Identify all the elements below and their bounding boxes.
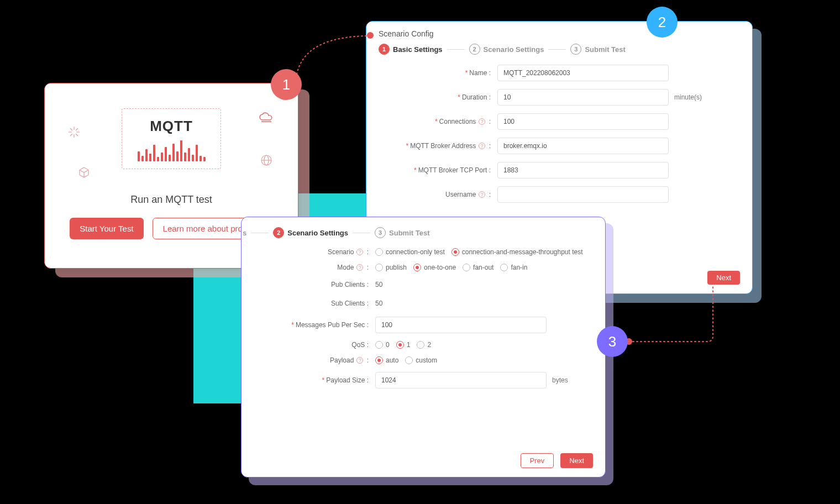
spark-icon: [67, 125, 81, 139]
cloud-icon: [258, 111, 275, 123]
label-username: Username? :: [379, 191, 497, 198]
label-qos: QoS :: [254, 341, 375, 349]
mqtt-chart-box: MQTT: [122, 108, 221, 169]
step-badge-1: 1: [271, 69, 302, 100]
step-divider: [251, 233, 269, 233]
label-mode: Mode? :: [254, 264, 375, 271]
label-payload: Payload? :: [254, 356, 375, 364]
radio-qos-2[interactable]: 2: [417, 341, 431, 349]
label-broker-port: *MQTT Broker TCP Port :: [379, 166, 497, 174]
connector-dot-1: [367, 32, 374, 39]
messages-per-sec-input[interactable]: [375, 317, 547, 333]
stepper-card2: 1 Basic Settings 2 Scenario Settings 3 S…: [379, 44, 740, 55]
step-scenario-settings[interactable]: 2 Scenario Settings: [469, 44, 544, 55]
radio-payload-auto[interactable]: auto: [375, 356, 398, 364]
help-icon[interactable]: ?: [479, 191, 485, 198]
card2-title: Scenario Config: [379, 29, 740, 38]
radio-publish[interactable]: publish: [375, 264, 407, 271]
label-duration: *Duration :: [379, 93, 497, 101]
duration-suffix: minute(s): [674, 93, 702, 101]
start-test-button[interactable]: Start Your Test: [70, 218, 143, 239]
label-broker-address: *MQTT Broker Address? :: [379, 142, 497, 150]
label-pub-clients: Pub Clients :: [254, 281, 375, 288]
step-badge-3: 3: [597, 326, 628, 357]
help-icon[interactable]: ?: [479, 143, 485, 149]
step-scenario-settings[interactable]: 2 Scenario Settings: [273, 227, 348, 238]
radio-connection-and-message[interactable]: connection-and-message-throughput test: [452, 248, 583, 256]
radio-payload-custom[interactable]: custom: [405, 356, 437, 364]
mqtt-illustration: MQTT: [45, 83, 298, 194]
svg-line-6: [76, 128, 78, 130]
svg-line-4: [70, 128, 72, 130]
mqtt-bars: [138, 138, 206, 161]
help-icon[interactable]: ?: [356, 357, 363, 364]
payload-size-suffix: bytes: [552, 376, 568, 384]
radio-fan-out[interactable]: fan-out: [463, 264, 494, 271]
next-button[interactable]: Next: [560, 453, 593, 468]
label-messages-per-sec: *Messages Pub Per Sec :: [254, 321, 375, 329]
prev-button[interactable]: Prev: [521, 453, 554, 468]
label-connections: *Connections? :: [379, 118, 497, 125]
svg-line-5: [76, 134, 78, 136]
step-submit-test[interactable]: 3 Submit Test: [570, 44, 625, 55]
radio-one-to-one[interactable]: one-to-one: [413, 264, 456, 271]
mqtt-logo-text: MQTT: [150, 118, 193, 135]
broker-address-input[interactable]: [497, 138, 669, 154]
radio-fan-in[interactable]: fan-in: [500, 264, 527, 271]
step-divider: [447, 49, 465, 50]
duration-input[interactable]: [497, 89, 669, 106]
username-input[interactable]: [497, 186, 669, 203]
help-icon[interactable]: ?: [356, 249, 363, 255]
globe-icon: [260, 154, 272, 166]
radio-qos-1[interactable]: 1: [396, 341, 411, 349]
step-basic-settings[interactable]: 1 Basic Settings: [379, 44, 443, 55]
step-submit-test[interactable]: 3 Submit Test: [375, 227, 429, 238]
payload-size-input[interactable]: [375, 372, 547, 389]
help-icon[interactable]: ?: [356, 264, 363, 271]
radio-qos-0[interactable]: 0: [375, 341, 390, 349]
next-button[interactable]: Next: [707, 271, 740, 285]
label-sub-clients: Sub Clients :: [254, 300, 375, 307]
svg-line-7: [70, 134, 72, 136]
cube-icon: [78, 166, 90, 179]
stepper-card3: s 2 Scenario Settings 3 Submit Test: [243, 227, 593, 238]
broker-port-input[interactable]: [497, 162, 669, 179]
step-divider: [353, 233, 370, 233]
pub-clients-value: 50: [375, 279, 382, 290]
label-scenario: Scenario? :: [254, 248, 375, 256]
label-name: *Name :: [379, 69, 497, 77]
card1-title: Run an MQTT test: [45, 194, 298, 206]
step-basic-settings-partial: s: [243, 229, 246, 237]
sub-clients-value: 50: [375, 298, 382, 309]
radio-connection-only[interactable]: connection-only test: [375, 248, 445, 256]
label-payload-size: *Payload Size :: [254, 376, 375, 384]
connections-input[interactable]: [497, 113, 669, 130]
name-input[interactable]: [497, 65, 669, 81]
step-badge-2: 2: [647, 7, 678, 38]
step-divider: [548, 49, 566, 50]
scenario-settings-card: s 2 Scenario Settings 3 Submit Test Scen…: [241, 217, 606, 477]
help-icon[interactable]: ?: [479, 118, 485, 125]
